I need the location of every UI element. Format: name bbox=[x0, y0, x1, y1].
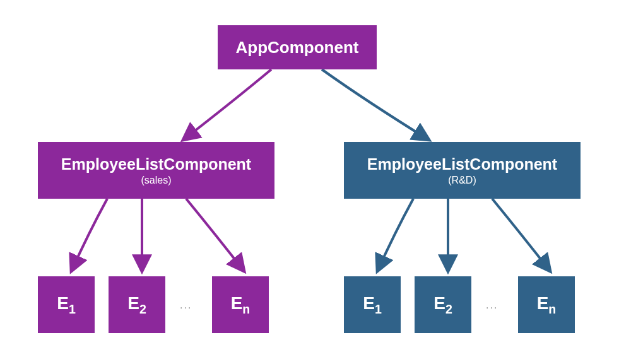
node-employee-list-rd-sub: (R&D) bbox=[448, 175, 476, 186]
node-rd-en: En bbox=[518, 276, 575, 333]
node-employee-list-rd-title: EmployeeListComponent bbox=[367, 155, 557, 173]
sales-ellipsis: ... bbox=[180, 300, 192, 311]
leaf-label: E2 bbox=[127, 293, 146, 317]
node-employee-list-sales-title: EmployeeListComponent bbox=[61, 155, 251, 173]
node-employee-list-sales: EmployeeListComponent (sales) bbox=[38, 142, 274, 199]
leaf-label: E1 bbox=[363, 293, 382, 317]
leaf-label: E2 bbox=[433, 293, 452, 317]
leaf-label: E1 bbox=[57, 293, 76, 317]
node-employee-list-sales-sub: (sales) bbox=[141, 175, 171, 186]
node-app-component-title: AppComponent bbox=[236, 38, 359, 57]
leaf-label: En bbox=[537, 293, 557, 317]
node-app-component: AppComponent bbox=[218, 25, 377, 69]
leaf-label: En bbox=[231, 293, 251, 317]
node-employee-list-rd: EmployeeListComponent (R&D) bbox=[344, 142, 581, 199]
rd-ellipsis: ... bbox=[486, 300, 498, 311]
node-sales-en: En bbox=[212, 276, 269, 333]
node-sales-e2: E2 bbox=[109, 276, 165, 333]
node-rd-e1: E1 bbox=[344, 276, 401, 333]
node-sales-e1: E1 bbox=[38, 276, 95, 333]
node-rd-e2: E2 bbox=[415, 276, 471, 333]
